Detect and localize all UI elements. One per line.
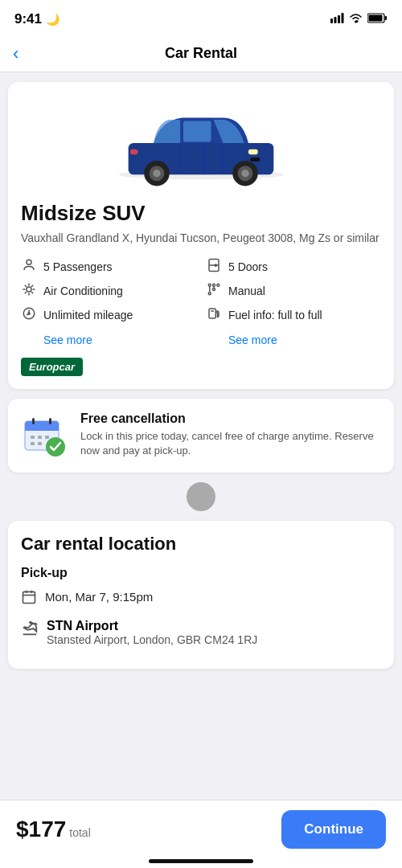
ac-label: Air Conditioning [43,285,123,297]
airport-info: STN Airport Stansted Airport, London, GB… [47,619,257,646]
svg-rect-21 [130,149,137,154]
ac-icon [21,282,37,300]
see-more-link-right[interactable]: See more [206,334,381,346]
cancellation-description: Lock in this price today, cancel free of… [80,429,381,458]
see-more-link-left[interactable]: See more [21,334,196,346]
price-amount: $177 [16,817,66,842]
cancellation-icon-container [21,411,69,460]
cancellation-card: Free cancellation Lock in this price tod… [8,399,394,473]
provider-badge: Europcar [21,358,83,376]
svg-point-27 [27,287,31,292]
home-indicator [149,859,253,863]
feature-ac: Air Conditioning [21,282,196,300]
svg-rect-58 [23,592,35,603]
price-label: total [69,826,90,839]
passengers-icon [21,258,37,276]
scroll-indicator [0,482,402,511]
battery-icon [367,12,388,27]
bottom-bar: $177 total Continue [0,800,402,868]
scroll-dot [187,482,215,511]
calendar-icon [21,589,37,609]
pickup-date-row: Mon, Mar 7, 9:15pm [21,588,381,609]
svg-point-19 [241,170,248,177]
doors-label: 5 Doors [228,260,268,273]
svg-rect-7 [369,15,383,22]
feature-passengers: 5 Passengers [21,258,196,276]
page-title: Car Rental [165,45,237,62]
airport-name: STN Airport [47,619,257,633]
airport-address: Stansted Airport, London, GBR CM24 1RJ [47,633,257,646]
svg-point-23 [27,260,31,264]
doors-icon [206,258,222,276]
continue-button[interactable]: Continue [281,810,386,849]
svg-rect-3 [342,13,344,23]
svg-point-38 [217,284,219,286]
svg-line-32 [25,285,27,286]
transmission-icon [206,282,222,300]
car-subtitle: Vauxhall Grandland X, Hyundai Tucson, Pe… [21,231,381,247]
feature-doors: 5 Doors [206,258,381,276]
svg-point-26 [215,264,216,265]
svg-rect-51 [49,418,51,424]
fuel-icon [206,306,222,324]
signal-icon [330,12,344,27]
status-bar: 9:41 🌙 [0,0,402,35]
svg-point-40 [213,288,215,290]
back-button[interactable]: ‹ [13,43,18,64]
svg-rect-2 [338,15,340,23]
car-card: Midsize SUV Vauxhall Grandland X, Hyunda… [8,82,394,389]
passengers-label: 5 Passengers [43,260,113,273]
svg-point-16 [153,170,160,177]
car-image-container [21,95,381,191]
svg-rect-6 [385,16,388,20]
svg-rect-56 [38,442,42,445]
pickup-label: Pick-up [21,566,381,580]
svg-point-4 [355,21,357,23]
svg-rect-1 [334,17,337,23]
mileage-label: Unlimited mileage [43,309,133,321]
svg-rect-10 [183,121,211,142]
cancellation-icon [21,411,69,460]
svg-rect-50 [32,418,35,424]
status-time: 9:41 [14,11,42,27]
feature-mileage: Unlimited mileage [21,306,196,324]
location-section-title: Car rental location [21,534,381,555]
status-icons [330,12,388,27]
svg-rect-55 [31,442,35,445]
svg-rect-54 [45,436,49,439]
price-container: $177 total [16,817,91,842]
svg-rect-52 [31,436,35,439]
airport-row: STN Airport Stansted Airport, London, GB… [21,619,381,646]
feature-transmission: Manual [206,282,381,300]
svg-rect-45 [209,309,215,318]
svg-rect-22 [250,158,260,162]
transmission-label: Manual [228,285,265,297]
see-more-row: See more See more [21,334,381,346]
fuel-label: Fuel info: full to full [228,309,322,321]
svg-rect-49 [25,428,59,431]
wifi-icon [349,12,363,27]
cancellation-text: Free cancellation Lock in this price tod… [80,411,381,458]
moon-icon: 🌙 [46,13,59,26]
svg-rect-20 [248,149,258,154]
pickup-date: Mon, Mar 7, 9:15pm [45,588,153,605]
svg-rect-0 [330,18,333,23]
car-image [113,95,289,191]
car-title: Midsize SUV [21,201,381,226]
cancellation-title: Free cancellation [80,411,381,426]
svg-point-36 [208,284,211,286]
page-header: ‹ Car Rental [0,35,402,72]
svg-line-33 [31,292,33,293]
mileage-icon [21,306,37,324]
location-section: Car rental location Pick-up Mon, Mar 7, … [8,521,394,669]
svg-line-34 [31,285,33,286]
svg-line-35 [25,292,27,293]
feature-fuel: Fuel info: full to full [206,306,381,324]
airport-icon [21,620,39,641]
svg-point-37 [213,284,215,286]
svg-point-39 [208,292,211,294]
svg-rect-53 [38,436,42,439]
features-grid: 5 Passengers 5 Doors [21,258,381,324]
